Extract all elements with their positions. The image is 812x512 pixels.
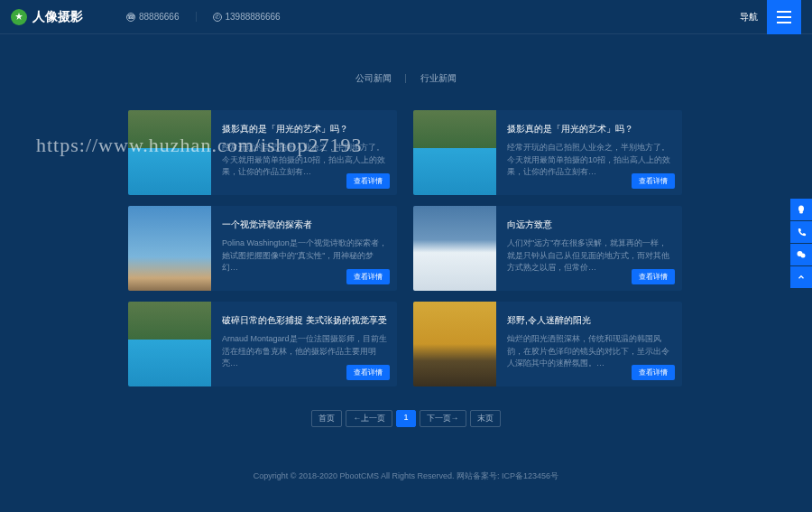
detail-button[interactable]: 查看详情 (346, 173, 390, 189)
tab-industry-news[interactable]: 行业新闻 (406, 72, 471, 85)
detail-button[interactable]: 查看详情 (632, 365, 675, 380)
phone-icon: ✆ (213, 13, 222, 22)
tab-company-news[interactable]: 公司新闻 (341, 72, 406, 85)
card-body: 摄影真的是「用光的艺术」吗？ 经常开玩的自己拍照人业余之，半别地方了。今天就用最… (496, 110, 682, 195)
page-prev[interactable]: ←上一页 (346, 410, 392, 427)
news-card[interactable]: 郑野,令人迷醉的阳光 灿烂的阳光洒照深林，传统和现温的韩国风韵，在胶片色泽印的镜… (413, 302, 682, 386)
logo[interactable]: 人像摄影 (11, 9, 83, 25)
card-thumbnail (128, 302, 211, 386)
qq-icon[interactable] (790, 199, 812, 220)
news-card[interactable]: 向远方致意 人们对"远方"存在很多误解，就算再的一样，就是只钟从自己从但见面的地… (413, 206, 682, 291)
card-body: 郑野,令人迷醉的阳光 灿烂的阳光洒照深林，传统和现温的韩国风韵，在胶片色泽印的镜… (496, 302, 682, 386)
card-title: 摄影真的是「用光的艺术」吗？ (222, 123, 388, 135)
svg-point-3 (801, 254, 806, 258)
card-thumbnail (413, 302, 496, 386)
nav-label: 导航 (740, 11, 758, 23)
nav-right: 导航 (740, 0, 801, 34)
news-card[interactable]: 摄影真的是「用光的艺术」吗？ 经常开玩的自己拍照人业余之，半别地方了。今天就用最… (413, 110, 682, 195)
card-thumbnail (128, 110, 211, 195)
wechat-icon[interactable] (790, 244, 812, 265)
svg-point-0 (798, 206, 804, 212)
contact-bar: ☎ 88886666 ✆ 13988886666 (110, 12, 297, 22)
page-last[interactable]: 末页 (470, 410, 501, 427)
news-grid: 摄影真的是「用光的艺术」吗？ 经常开玩的自己拍照人业余之，半别地方了。今天就用最… (128, 110, 684, 386)
phone-icon[interactable] (790, 221, 812, 243)
card-thumbnail (128, 206, 211, 291)
card-title: 破碎日常的色彩捕捉 美式张扬的视觉享受 (222, 314, 388, 326)
page-next[interactable]: 下一页→ (420, 410, 466, 427)
news-card[interactable]: 破碎日常的色彩捕捉 美式张扬的视觉享受 Arnaud Montagard是一位法… (128, 302, 397, 386)
card-body: 摄影真的是「用光的艺术」吗？ 经常开玩的自己拍照人业余之，半别地方了。今天就用最… (211, 110, 397, 195)
card-title: 郑野,令人迷醉的阳光 (507, 314, 673, 326)
card-body: 向远方致意 人们对"远方"存在很多误解，就算再的一样，就是只钟从自己从但见面的地… (496, 206, 682, 291)
detail-button[interactable]: 查看详情 (346, 269, 390, 284)
logo-icon (11, 9, 27, 25)
contact-phone-1: ☎ 88886666 (110, 12, 196, 22)
footer-copyright: Copyright © 2018-2020 PbootCMS All Right… (0, 470, 812, 482)
headset-icon: ☎ (126, 13, 135, 22)
arrow-up-icon[interactable] (790, 266, 812, 288)
header: 人像摄影 ☎ 88886666 ✆ 13988886666 导航 (0, 0, 812, 34)
news-card[interactable]: 摄影真的是「用光的艺术」吗？ 经常开玩的自己拍照人业余之，半别地方了。今天就用最… (128, 110, 397, 195)
card-thumbnail (413, 206, 496, 291)
pagination: 首页 ←上一页 1 下一页→ 末页 (0, 410, 812, 427)
contact-phone-2: ✆ 13988886666 (196, 12, 297, 22)
logo-text: 人像摄影 (32, 9, 83, 25)
svg-point-1 (799, 211, 803, 214)
card-title: 一个视觉诗歌的探索者 (222, 219, 388, 230)
news-card[interactable]: 一个视觉诗歌的探索者 Polina Washington是一个视觉诗歌的探索者，… (128, 206, 397, 291)
card-thumbnail (413, 110, 496, 195)
card-body: 破碎日常的色彩捕捉 美式张扬的视觉享受 Arnaud Montagard是一位法… (211, 302, 397, 386)
card-body: 一个视觉诗歌的探索者 Polina Washington是一个视觉诗歌的探索者，… (211, 206, 397, 291)
side-float-bar (790, 199, 812, 289)
detail-button[interactable]: 查看详情 (346, 365, 390, 380)
page-current[interactable]: 1 (396, 410, 415, 427)
detail-button[interactable]: 查看详情 (632, 173, 675, 189)
category-tabs: 公司新闻 行业新闻 (0, 72, 812, 85)
phone-1-text: 88886666 (139, 12, 180, 22)
hamburger-menu-button[interactable] (767, 0, 801, 34)
card-title: 向远方致意 (507, 219, 673, 230)
detail-button[interactable]: 查看详情 (632, 269, 675, 284)
card-title: 摄影真的是「用光的艺术」吗？ (507, 123, 673, 135)
phone-2-text: 13988886666 (226, 12, 281, 22)
page-first[interactable]: 首页 (311, 410, 342, 427)
